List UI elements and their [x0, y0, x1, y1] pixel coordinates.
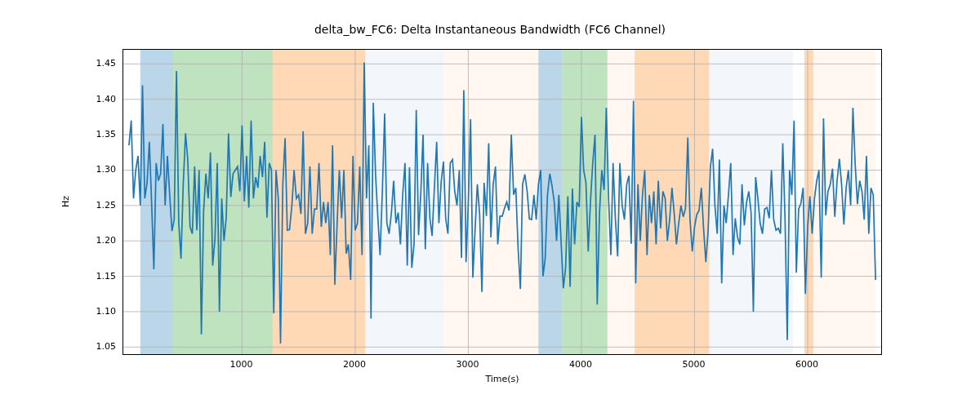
- chart-title: delta_bw_FC6: Delta Instantaneous Bandwi…: [0, 23, 980, 36]
- plot-svg: [123, 50, 881, 354]
- y-tick-label: 1.25: [75, 199, 116, 210]
- y-tick-label: 1.10: [75, 305, 116, 316]
- x-tick-label: 6000: [795, 359, 818, 370]
- y-tick-label: 1.20: [75, 235, 116, 246]
- y-tick-label: 1.35: [75, 129, 116, 140]
- y-tick-label: 1.40: [75, 93, 116, 104]
- y-axis-label: Hz: [60, 196, 71, 207]
- y-tick-label: 1.30: [75, 164, 116, 175]
- y-tick-label: 1.15: [75, 270, 116, 281]
- band-region: [173, 50, 273, 354]
- y-tick-label: 1.45: [75, 58, 116, 69]
- band-region: [709, 50, 792, 354]
- x-axis-label: Time(s): [485, 374, 519, 384]
- y-tick-label: 1.05: [75, 341, 116, 352]
- figure: delta_bw_FC6: Delta Instantaneous Bandwi…: [0, 0, 980, 408]
- x-tick-label: 2000: [343, 359, 366, 370]
- x-tick-label: 3000: [456, 359, 479, 370]
- x-tick-label: 4000: [569, 359, 592, 370]
- x-tick-label: 5000: [682, 359, 705, 370]
- background-bands: [140, 50, 875, 354]
- x-tick-label: 1000: [229, 359, 252, 370]
- plot-area: [122, 49, 882, 355]
- band-region: [140, 50, 173, 354]
